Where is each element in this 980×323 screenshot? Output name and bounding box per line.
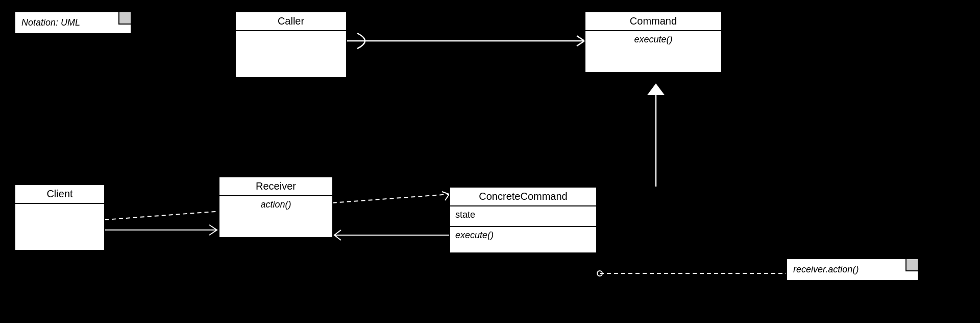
concrete-state-row: state	[450, 206, 596, 227]
receiver-action-note: receiver.action()	[786, 258, 919, 281]
caller-header: Caller	[236, 12, 346, 31]
svg-point-4	[597, 271, 602, 276]
receiver-header: Receiver	[219, 177, 332, 196]
diagram-canvas: Notation: UML Caller Command execute() R…	[0, 0, 980, 323]
receiver-action-text: receiver.action()	[787, 259, 918, 280]
receiver-body: action()	[219, 196, 332, 237]
command-body: execute()	[585, 31, 721, 72]
client-header: Client	[15, 185, 104, 204]
notation-text: Notation: UML	[15, 12, 131, 33]
client-box: Client	[14, 184, 105, 251]
concrete-command-box: ConcreteCommand state execute()	[449, 187, 597, 253]
caller-body	[236, 31, 346, 77]
svg-marker-2	[648, 84, 664, 95]
command-box: Command execute()	[584, 11, 722, 73]
notation-note: Notation: UML	[14, 11, 132, 34]
concrete-execute-row: execute()	[450, 227, 596, 252]
caller-box: Caller	[235, 11, 347, 78]
command-header: Command	[585, 12, 721, 31]
receiver-box: Receiver action()	[218, 176, 333, 238]
client-body	[15, 204, 104, 250]
concrete-command-header: ConcreteCommand	[450, 188, 596, 206]
